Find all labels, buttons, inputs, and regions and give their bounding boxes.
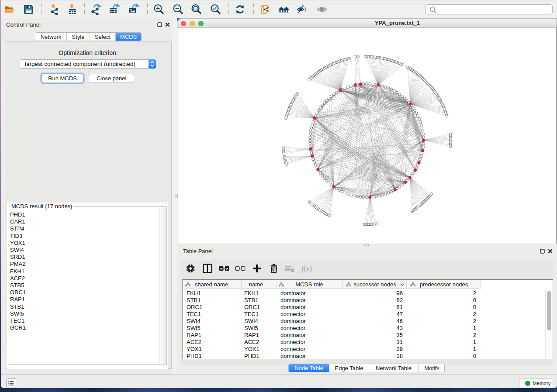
svg-text:f(x): f(x) — [301, 265, 312, 273]
